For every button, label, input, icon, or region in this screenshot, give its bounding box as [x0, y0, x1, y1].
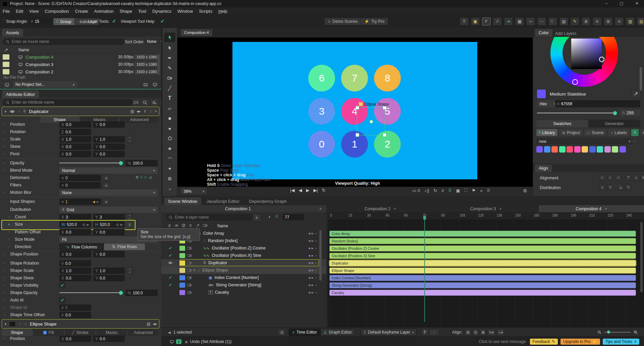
keyframe-circle-icon[interactable]: ○: [3, 130, 5, 133]
layer-color-swatch[interactable]: [179, 283, 185, 288]
keyframe-circle-icon[interactable]: ○: [315, 239, 317, 243]
menu-composition[interactable]: Composition: [45, 9, 69, 14]
arrow-right-icon[interactable]: ➜: [504, 17, 513, 25]
layer-color-swatch[interactable]: [179, 268, 185, 273]
rows-icon[interactable]: ▤: [637, 17, 644, 25]
tool-camera-icon[interactable]: [164, 73, 175, 83]
moon-icon[interactable]: ☾: [548, 17, 557, 25]
value-field[interactable]: X0.0: [59, 143, 91, 150]
status-message[interactable]: Click to see next message: [479, 339, 526, 344]
timeline-bar-oscillator-position-x-sine[interactable]: Oscillator [Position.X] Sine: [329, 253, 636, 259]
tips-button[interactable]: Tips and Tricks×: [603, 339, 639, 345]
slider-knob[interactable]: [119, 161, 123, 165]
value-field[interactable]: Y0.0: [93, 336, 125, 342]
color-swatch[interactable]: [536, 146, 543, 153]
pivot-point[interactable]: [369, 120, 373, 124]
close-icon[interactable]: ×: [605, 207, 607, 211]
hue-selector[interactable]: [572, 79, 578, 85]
keyframe-nav-icons[interactable]: ◀▶: [137, 110, 141, 113]
value-field[interactable]: Y0.0: [93, 151, 125, 157]
current-frame-input[interactable]: 77: [283, 214, 304, 220]
prev-keyframe-icon[interactable]: ◀: [308, 269, 310, 272]
camera-toggle-icon[interactable]: [187, 284, 192, 287]
prev-keyframe-icon[interactable]: ◀: [308, 291, 310, 294]
options-icon[interactable]: ∷: [150, 109, 152, 114]
assets-scrollbar[interactable]: [158, 54, 160, 75]
selection-handle[interactable]: [356, 106, 359, 110]
asset-color-swatch[interactable]: [3, 69, 9, 74]
align-top-icon[interactable]: ⊤: [625, 174, 632, 181]
grid-circle-7[interactable]: 7: [341, 65, 368, 92]
keyframe-circle-icon[interactable]: ○: [8, 215, 10, 219]
dock-icon[interactable]: ⊡: [278, 329, 285, 336]
color-swatch[interactable]: [551, 146, 558, 153]
group-button[interactable]: ⠿ Group: [53, 18, 74, 25]
composition-tab[interactable]: Composition 1 ×: [161, 205, 326, 212]
new-window-icon[interactable]: [151, 81, 159, 88]
asset-row[interactable]: Composition 230.00fps1920 x 1080: [0, 68, 161, 75]
toolbar-drag-handle[interactable]: ⋮⋮: [2, 17, 6, 22]
tool-star-icon[interactable]: ★: [164, 143, 175, 153]
grid-dots-icon[interactable]: ⠿: [460, 17, 469, 25]
add-layer-button[interactable]: +: [253, 214, 261, 221]
eyedropper-button[interactable]: [632, 90, 640, 98]
alpha-value[interactable]: A255: [620, 110, 640, 116]
connection-list[interactable]: ≡0: [59, 182, 101, 188]
viewport-canvas-area[interactable]: 678345012 Ellipse Shape Hold S Direct La…: [177, 38, 533, 187]
region-icon[interactable]: ▣: [456, 188, 460, 193]
flag-icon[interactable]: ⚑: [472, 188, 476, 193]
folder-icon[interactable]: [142, 81, 150, 88]
keyframe-circle-icon[interactable]: ○: [315, 261, 317, 265]
tab-align[interactable]: Align: [535, 165, 552, 172]
menu-dynamics[interactable]: Dynamics: [152, 9, 171, 14]
keyframe-circle-icon[interactable]: ○: [315, 283, 317, 287]
camera-toggle-icon[interactable]: [187, 247, 192, 250]
next-keyframe-icon[interactable]: ▶: [312, 291, 314, 294]
keyframe-circle-icon[interactable]: ○: [315, 254, 317, 257]
align-center-h-icon[interactable]: ⊦: [607, 174, 613, 181]
tool-select-icon[interactable]: [164, 32, 176, 43]
tool-direct-select-icon[interactable]: [164, 43, 175, 53]
layer-name[interactable]: Color Array: [203, 231, 224, 236]
connection-list[interactable]: ≡0: [59, 175, 101, 181]
keyframe-nav-icons[interactable]: ◀▶: [153, 323, 157, 326]
value-field[interactable]: X1.0: [59, 136, 91, 142]
tool-sparkle-icon[interactable]: ✦: [164, 164, 175, 173]
menu-create[interactable]: Create: [75, 9, 88, 14]
columns-icon[interactable]: ▥: [626, 17, 635, 25]
ellipse-group-header[interactable]: ▾ ○ ◌ Ellipse Shape ▤ ◀▶: [2, 319, 159, 329]
render-range-icon[interactable]: ▭ 0: [412, 188, 420, 193]
keyframe-circle-icon[interactable]: ●: [8, 222, 10, 226]
layer-row-ellipse-shape[interactable]: ▾◌Ellipse Shape◀▶○: [161, 267, 326, 274]
keyframe-diamond-icon[interactable]: ◇: [116, 223, 119, 226]
tool-ellipse-icon[interactable]: ●: [164, 123, 175, 133]
value-field[interactable]: X0.0: [59, 275, 91, 281]
keyframe-circle-icon[interactable]: ○: [3, 276, 5, 280]
dots-arrow-icon[interactable]: ⠞: [493, 17, 502, 25]
next-frame-icon[interactable]: ▶|: [313, 188, 318, 193]
solo-circle-icon[interactable]: ○: [18, 109, 20, 114]
keyframe-circle-icon[interactable]: ○: [3, 190, 5, 194]
collapse-icon[interactable]: ▤: [130, 109, 134, 114]
link-toggle-icon[interactable]: ∞: [126, 222, 133, 228]
tab-attribute-editor[interactable]: Attribute Editor: [2, 91, 39, 98]
keyframe-circle-icon[interactable]: ○: [8, 237, 10, 241]
current-color-swatch[interactable]: [537, 90, 546, 98]
viewport-zoom-select[interactable]: 38%▾: [181, 188, 207, 194]
asset-name[interactable]: Composition 3: [25, 62, 53, 67]
layer-color-swatch[interactable]: [179, 275, 185, 280]
tool-pencil-icon[interactable]: ✎: [164, 63, 175, 73]
timeline-bar-oscillator-position-z-cosine[interactable]: Oscillator [Position.Z] Cosine: [329, 245, 636, 251]
tab-dependency-graph[interactable]: Dependency Graph: [245, 197, 291, 205]
tab-assets[interactable]: Assets: [2, 29, 23, 37]
snap-grid-icon[interactable]: ⠿: [275, 215, 278, 219]
menu-tool[interactable]: Tool: [138, 9, 146, 14]
distribute-h2-icon[interactable]: ⫧: [607, 184, 613, 190]
layer-tools-check[interactable]: ✓: [112, 18, 116, 24]
keyframe-circle-icon[interactable]: ○: [315, 246, 317, 250]
keyframe-circle-icon[interactable]: ○: [3, 313, 5, 316]
layer-row-duplicator[interactable]: ⠿Duplicator◀▶○: [161, 259, 326, 267]
next-keyframe-icon[interactable]: ▶: [312, 262, 314, 265]
close-icon[interactable]: ×: [319, 207, 322, 211]
layer-search-input[interactable]: Enter a layer name: [166, 214, 254, 221]
